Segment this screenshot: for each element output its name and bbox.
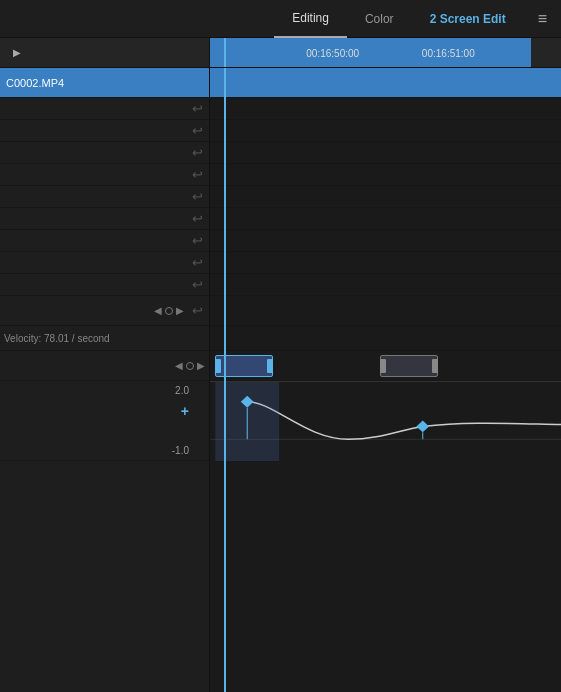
track-right-row-4 [210, 164, 561, 186]
undo-icon-5[interactable]: ↩ [190, 189, 205, 204]
clip-block-1[interactable] [215, 355, 273, 377]
full-layout: Progr ▶ 00:16:50:00 00:16:51:00 C0002.MP… [0, 38, 561, 692]
undo-icon-7[interactable]: ↩ [190, 233, 205, 248]
undo-icon-6[interactable]: ↩ [190, 211, 205, 226]
top-nav: Editing Color 2 Screen Edit ≡ [0, 0, 561, 38]
kf-next-btn-2[interactable]: ▶ [197, 360, 205, 371]
tracks-container: C0002.MP4 ↩ ↩ ↩ ↩ ↩ ↩ ↩ [0, 68, 561, 692]
clip-blocks-row [210, 351, 561, 381]
velocity-graph-area [210, 381, 561, 461]
keyframe-row [210, 296, 561, 326]
velocity-display-row [210, 326, 561, 351]
velocity-scale-row: 2.0 + -1.0 [0, 381, 209, 461]
timecode2: 00:16:51:00 [422, 48, 475, 59]
track-control-row-5: ↩ [0, 186, 209, 208]
play-button[interactable]: ▶ [8, 44, 26, 62]
velocity-graph-svg [210, 382, 561, 461]
vel-max-label: 2.0 [175, 385, 189, 396]
track-control-row-1: ↩ [0, 98, 209, 120]
kf-dot-2 [186, 362, 194, 370]
track-control-row-2: ↩ [0, 120, 209, 142]
velocity-value-label: Velocity: 78.01 / second [4, 333, 110, 344]
file-track-control: C0002.MP4 [0, 68, 209, 98]
clip-track-row [210, 68, 561, 98]
track-control-row-7: ↩ [0, 230, 209, 252]
kf-prev-btn[interactable]: ◀ [154, 305, 162, 316]
transport-row-2: ◀ ▶ [0, 351, 209, 381]
track-right-row-2 [210, 120, 561, 142]
keyframe-transport-row: ◀ ▶ ↩ [0, 296, 209, 326]
keyframe-2 [416, 421, 429, 433]
track-control-row-4: ↩ [0, 164, 209, 186]
undo-icon-3[interactable]: ↩ [190, 145, 205, 160]
nav-editing[interactable]: Editing [274, 0, 347, 38]
track-right-row-1 [210, 98, 561, 120]
timecode1: 00:16:50:00 [306, 48, 359, 59]
kf-prev-btn-2[interactable]: ◀ [175, 360, 183, 371]
kf-add-btn[interactable] [165, 307, 173, 315]
clip-handle-right[interactable] [267, 359, 273, 373]
hamburger-menu[interactable]: ≡ [524, 0, 561, 38]
vel-min-label: -1.0 [172, 445, 189, 456]
clip2-handle-left[interactable] [380, 359, 386, 373]
clip-header-bar: 00:16:50:00 00:16:51:00 [210, 38, 531, 67]
track-control-row-9: ↩ [0, 274, 209, 296]
track-control-row-6: ↩ [0, 208, 209, 230]
track-right-row-6 [210, 208, 561, 230]
kf-next-btn[interactable]: ▶ [176, 305, 184, 316]
timeline-ruler: 00:16:50:00 00:16:51:00 [210, 38, 561, 67]
undo-icon-8[interactable]: ↩ [190, 255, 205, 270]
file-label: C0002.MP4 [6, 77, 64, 89]
track-right-row-5 [210, 186, 561, 208]
clip2-handle-right[interactable] [432, 359, 438, 373]
track-right-row-8 [210, 252, 561, 274]
clip-block-2[interactable] [380, 355, 438, 377]
clip-handle-left[interactable] [215, 359, 221, 373]
vel-plus-btn[interactable]: + [181, 403, 189, 419]
undo-icon-10[interactable]: ↩ [190, 303, 205, 318]
timeline-tracks [210, 68, 561, 692]
track-right-row-9 [210, 274, 561, 296]
track-control-row-8: ↩ [0, 252, 209, 274]
track-controls-panel: C0002.MP4 ↩ ↩ ↩ ↩ ↩ ↩ ↩ [0, 68, 210, 692]
track-right-row-3 [210, 142, 561, 164]
undo-icon-1[interactable]: ↩ [190, 101, 205, 116]
timeline-header: ▶ 00:16:50:00 00:16:51:00 [0, 38, 561, 68]
track-control-row-3: ↩ [0, 142, 209, 164]
undo-icon-9[interactable]: ↩ [190, 277, 205, 292]
velocity-label-row: Velocity: 78.01 / second [0, 326, 209, 351]
nav-color[interactable]: Color [347, 0, 412, 38]
undo-icon-4[interactable]: ↩ [190, 167, 205, 182]
undo-icon-2[interactable]: ↩ [190, 123, 205, 138]
nav-two-screen[interactable]: 2 Screen Edit [412, 0, 524, 38]
header-left: ▶ [0, 38, 210, 67]
track-right-row-7 [210, 230, 561, 252]
